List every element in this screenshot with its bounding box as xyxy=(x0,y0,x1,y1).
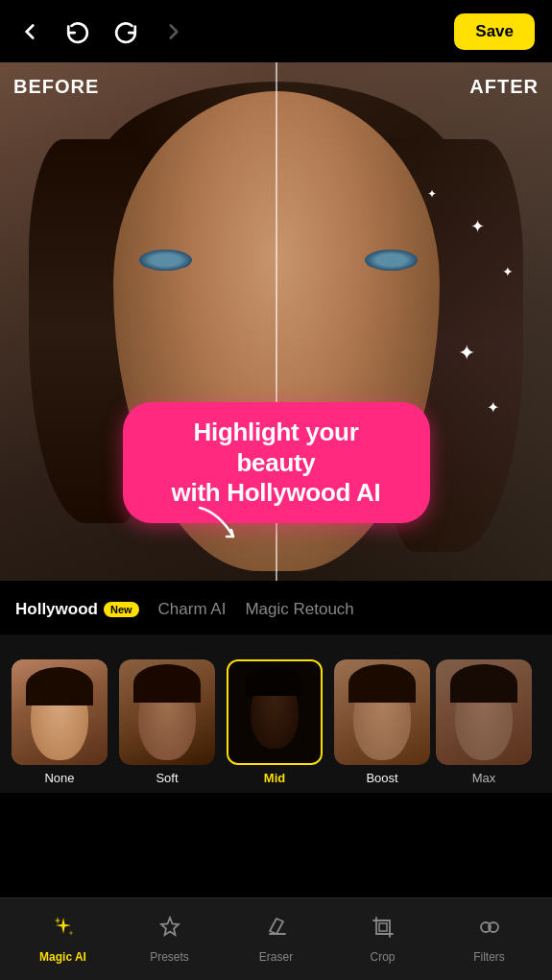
preset-extra-thumb xyxy=(436,659,532,765)
toolbar-crop[interactable]: Crop xyxy=(329,915,436,964)
tab-magic-label: Magic Retouch xyxy=(245,600,353,619)
bubble-arrow xyxy=(190,503,248,548)
preset-mid-label: Mid xyxy=(264,771,285,785)
magic-ai-label: Magic AI xyxy=(39,950,86,964)
preset-soft-thumb xyxy=(119,659,215,765)
tab-charm-label: Charm AI xyxy=(158,600,227,619)
eraser-label: Eraser xyxy=(259,950,293,964)
preset-extra-label: Max xyxy=(472,771,496,785)
toolbar-filters[interactable]: Filters xyxy=(436,915,542,964)
preset-boost[interactable]: Boost xyxy=(334,659,430,785)
eye-right xyxy=(365,250,418,271)
filters-icon xyxy=(477,915,502,945)
toolbar-magic-ai[interactable]: Magic AI xyxy=(10,915,116,964)
presets-label: Presets xyxy=(150,950,189,964)
tab-charm-ai[interactable]: Charm AI xyxy=(158,600,227,619)
toolbar-presets[interactable]: Presets xyxy=(116,915,223,964)
sparkle-4: ✦ xyxy=(487,398,499,417)
svg-rect-2 xyxy=(379,923,387,931)
preset-none-label: None xyxy=(44,771,74,785)
highlight-text-1: Highlight your beauty xyxy=(152,418,401,477)
preset-mid-thumb xyxy=(227,659,323,765)
top-bar: Save xyxy=(0,0,552,62)
preset-mid[interactable]: Mid xyxy=(227,659,323,785)
preset-none-thumb xyxy=(12,659,108,765)
redo-left-button[interactable] xyxy=(113,19,138,44)
sparkle-1: ✦ xyxy=(470,216,485,237)
redo-button[interactable] xyxy=(161,19,186,44)
preset-boost-label: Boost xyxy=(366,771,397,785)
preset-soft-label: Soft xyxy=(156,771,178,785)
presets-icon xyxy=(157,915,182,945)
save-button[interactable]: Save xyxy=(454,13,535,50)
eye-left xyxy=(139,250,192,271)
highlight-text-2: with Hollywood AI xyxy=(152,478,401,508)
highlight-bubble: Highlight your beauty with Hollywood AI xyxy=(123,402,430,523)
before-label: BEFORE xyxy=(13,76,99,98)
preset-extra[interactable]: Max xyxy=(436,659,532,785)
sparkle-2: ✦ xyxy=(502,264,514,279)
presets-row: None Soft Mid Boost xyxy=(0,634,552,793)
svg-marker-0 xyxy=(161,918,179,935)
bottom-toolbar: Magic AI Presets Eraser Crop xyxy=(0,897,552,980)
crop-icon xyxy=(371,915,396,945)
preset-soft[interactable]: Soft xyxy=(119,659,215,785)
tab-hollywood[interactable]: Hollywood New xyxy=(15,600,139,619)
tab-magic-retouch[interactable]: Magic Retouch xyxy=(245,600,353,619)
crop-label: Crop xyxy=(370,950,395,964)
back-button[interactable] xyxy=(17,19,42,44)
sparkle-5: ✦ xyxy=(427,187,437,201)
image-area: ✦ ✦ ✦ ✦ ✦ BEFORE AFTER Highlight your be… xyxy=(0,62,552,581)
preset-none[interactable]: None xyxy=(12,659,108,785)
filter-tabs: Hollywood New Charm AI Magic Retouch xyxy=(0,581,552,634)
filters-label: Filters xyxy=(473,950,505,964)
eraser-icon xyxy=(264,915,289,945)
new-badge: New xyxy=(104,602,139,617)
preset-boost-thumb xyxy=(334,659,430,765)
tab-hollywood-label: Hollywood xyxy=(15,600,98,619)
undo-button[interactable] xyxy=(65,19,90,44)
after-label: AFTER xyxy=(469,76,539,98)
sparkle-3: ✦ xyxy=(458,341,475,366)
magic-ai-icon xyxy=(51,915,76,945)
toolbar-eraser[interactable]: Eraser xyxy=(223,915,329,964)
top-bar-left xyxy=(17,19,186,44)
